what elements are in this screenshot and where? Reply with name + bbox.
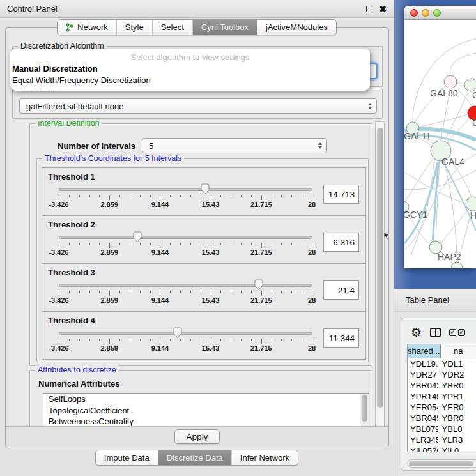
threshold-value-box[interactable]: 14.713 [323,185,359,204]
table-cell-name[interactable]: YBR0 [438,413,476,423]
tab-impute-data[interactable]: Impute Data [96,450,158,465]
tab-select[interactable]: Select [152,20,192,35]
tab-cyni-toolbox[interactable]: Cyni Toolbox [192,20,257,35]
network-edge[interactable] [418,114,468,127]
table-cell-name[interactable]: YDL1 [438,359,476,369]
table-horizontal-scrollbar[interactable] [407,459,476,468]
dropdown-placeholder-item[interactable]: Select algorithm to view settings [10,51,370,63]
network-edge[interactable] [457,83,464,84]
checkbox-icons[interactable]: ✓ ✓ [449,329,465,336]
network-node[interactable] [451,262,463,268]
network-edge[interactable] [404,170,476,190]
table-cell-shared-name[interactable]: YBR045C [408,413,438,423]
slider-handle[interactable] [200,183,210,195]
apply-button[interactable]: Apply [174,429,220,444]
tick-mark [291,243,292,245]
table-cell-name[interactable]: YLR3 [438,435,476,445]
tab-discretize-data[interactable]: Discretize Data [158,450,231,465]
network-node-gal80[interactable] [444,75,457,88]
table-cell-shared-name[interactable]: YLR345W [408,435,438,445]
network-canvas[interactable]: GAL80GACGAL11GAL4GCY1HHAP2 [404,20,476,268]
table-data-combobox[interactable]: galFiltered.sif default node [19,98,377,114]
gear-icon[interactable]: ⚙ [411,327,422,339]
slider-handle[interactable] [132,231,142,243]
tab-network[interactable]: Network [58,20,116,35]
table-row[interactable]: YIL052CYIL0 [408,445,476,452]
table-cell-shared-name[interactable]: YPR145W [408,392,438,401]
list-item[interactable]: BetweennessCentrality [43,416,369,427]
threshold-slider[interactable]: -3.4262.8599.14415.4321.71528 [59,231,312,257]
table-cell-name[interactable]: YDR2 [438,370,476,380]
table-cell-name[interactable]: YPR1 [438,392,476,401]
list-item[interactable]: TopologicalCoefficient [43,405,369,417]
network-edge[interactable] [404,172,476,206]
zoom-traffic-light-icon[interactable] [433,9,441,17]
numerical-attributes-list[interactable]: SelfLoopsTopologicalCoefficientBetweenne… [43,393,369,427]
thresholds-group: Threshold's Coordinates for 5 Intervals … [36,158,369,362]
minimize-traffic-light-icon[interactable] [422,9,429,17]
tick-label: 9.144 [151,296,169,304]
table-row[interactable]: YLR345WYLR3 [408,434,476,445]
tick-mark [69,291,70,293]
table-row[interactable]: YDR27...YDR2 [408,369,476,380]
tick-mark [190,195,191,197]
threshold-value-box[interactable]: 6.316 [323,233,359,252]
list-scrollbar[interactable] [360,394,369,427]
table-cell-shared-name[interactable]: YER054C [408,403,438,412]
table-row[interactable]: YBR045CYBR0 [408,413,476,424]
threshold-slider[interactable]: -3.4262.8599.14415.4321.71528 [59,183,312,210]
tab-jactivemnodules[interactable]: jActiveMNodules [257,20,336,35]
settings-scrollbar[interactable] [375,121,385,427]
tick-mark [130,243,130,245]
settings-scroll-area: Interval Definition Number of Intervals … [12,121,385,427]
number-of-intervals-combobox[interactable]: 5 [142,138,327,153]
column-header-name[interactable]: na [441,344,476,358]
network-node-h[interactable] [466,197,476,211]
network-node-ga[interactable] [464,79,476,91]
table-row[interactable]: YBL079WYBL0 [408,424,476,434]
float-icon[interactable] [366,6,372,12]
table-cell-shared-name[interactable]: YBR043C [408,381,438,390]
dropdown-option[interactable]: Equal Width/Frequency Discretization [10,75,370,86]
checkbox-icon[interactable]: ✓ [458,329,465,336]
table-row[interactable]: YBR043CYBR0 [408,380,476,391]
slider-track[interactable] [59,284,312,287]
threshold-value-box[interactable]: 21.4 [323,280,359,300]
split-columns-icon[interactable] [430,328,441,337]
slider-track[interactable] [59,332,312,335]
threshold-value-box[interactable]: 11.344 [323,328,359,348]
table-cell-name[interactable]: YBL0 [438,424,476,434]
tick-mark [180,243,181,245]
close-traffic-light-icon[interactable] [410,9,418,17]
network-edge[interactable] [450,53,476,75]
table-row[interactable]: YER054CYER0 [408,402,476,413]
slider-track[interactable] [59,188,312,191]
table-cell-name[interactable]: YIL0 [438,446,476,452]
threshold-slider[interactable]: -3.4262.8599.14415.4321.71528 [59,279,312,305]
slider-handle[interactable] [173,327,183,339]
table-cell-shared-name[interactable]: YIL052C [408,446,438,452]
slider-ticks [59,291,312,296]
tick-mark [140,243,141,245]
table-cell-shared-name[interactable]: YDL19... [408,359,438,369]
table-cell-name[interactable]: YER0 [438,403,476,412]
table-cell-shared-name[interactable]: YBL079W [408,424,438,434]
slider-track[interactable] [59,236,312,239]
tick-mark [220,195,221,197]
slider-handle[interactable] [254,279,263,291]
dropdown-option[interactable]: Manual Discretization [10,63,370,75]
column-header-shared-name[interactable]: shared... [408,344,441,358]
tab-infer-network[interactable]: Infer Network [231,450,298,465]
list-item[interactable]: SelfLoops [43,394,369,405]
tick-mark [59,291,59,296]
table-row[interactable]: YPR145WYPR1 [408,391,476,402]
table-cell-name[interactable]: YBR0 [438,381,476,390]
checkbox-icon[interactable]: ✓ [449,329,456,336]
tick-mark [291,339,292,341]
tick-label: 21.715 [250,249,272,256]
close-icon[interactable]: ✖ [379,6,387,12]
threshold-slider[interactable]: -3.4262.8599.14415.4321.71528 [59,326,312,353]
tab-style[interactable]: Style [116,20,152,35]
table-cell-shared-name[interactable]: YDR27... [408,370,438,380]
table-row[interactable]: YDL19...YDL1 [408,358,476,369]
